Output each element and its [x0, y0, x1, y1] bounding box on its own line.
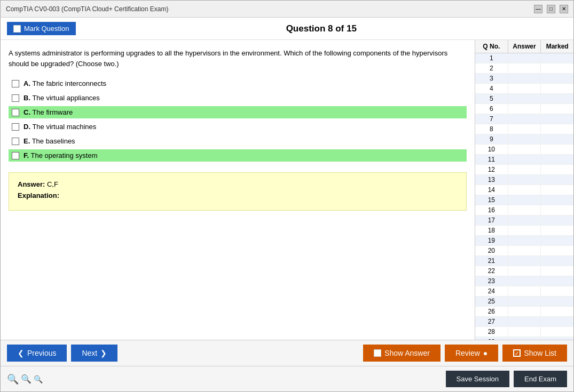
minimize-button[interactable]: —: [534, 5, 542, 13]
sidebar-row[interactable]: 25: [475, 297, 573, 307]
sidebar-row[interactable]: 11: [475, 155, 573, 165]
checkbox-e[interactable]: [12, 138, 19, 145]
sidebar-answer: [508, 74, 541, 83]
checkbox-a[interactable]: [12, 80, 19, 87]
title-bar: CompTIA CV0-003 (CompTIA Cloud+ Certific…: [1, 1, 573, 18]
previous-label: Previous: [27, 349, 56, 357]
sidebar-qnum: 24: [475, 286, 508, 296]
sidebar-answer: [508, 124, 541, 134]
sidebar-row[interactable]: 24: [475, 286, 573, 297]
window-controls: — □ ✕: [534, 5, 568, 13]
checkbox-f[interactable]: [12, 152, 19, 159]
sidebar-row[interactable]: 13: [475, 175, 573, 185]
zoom-in-button[interactable]: 🔍: [7, 373, 19, 385]
sidebar-qnum: 15: [475, 195, 508, 205]
sidebar-row[interactable]: 16: [475, 205, 573, 215]
maximize-button[interactable]: □: [547, 5, 555, 13]
sidebar-qnum: 22: [475, 266, 508, 276]
show-answer-button[interactable]: Show Answer: [363, 345, 441, 362]
option-b-label: B. The virtual appliances: [23, 94, 100, 102]
sidebar-marked: [541, 276, 573, 286]
sidebar-row[interactable]: 8: [475, 124, 573, 134]
sidebar-row[interactable]: 6: [475, 104, 573, 114]
sidebar-qnum: 13: [475, 175, 508, 185]
zoom-controls: 🔍 🔍 🔍: [7, 373, 43, 385]
sidebar-row[interactable]: 27: [475, 317, 573, 327]
sidebar-row[interactable]: 23: [475, 276, 573, 286]
mark-checkbox-icon: [13, 25, 21, 33]
sidebar-marked: [541, 84, 573, 93]
sidebar-qnum: 2: [475, 63, 508, 73]
sidebar-row[interactable]: 10: [475, 145, 573, 155]
end-exam-label: End Exam: [524, 375, 556, 383]
sidebar-row[interactable]: 19: [475, 236, 573, 246]
sidebar-qnum: 19: [475, 236, 508, 245]
sidebar-row[interactable]: 17: [475, 215, 573, 226]
previous-button[interactable]: ❮ Previous: [7, 345, 67, 362]
show-list-label: Show List: [524, 349, 556, 357]
sidebar-row[interactable]: 14: [475, 185, 573, 195]
sidebar-row[interactable]: 22: [475, 266, 573, 276]
review-button[interactable]: Review ●: [445, 345, 498, 362]
sidebar-row[interactable]: 26: [475, 307, 573, 317]
sidebar-row[interactable]: 28: [475, 327, 573, 337]
end-exam-button[interactable]: End Exam: [514, 371, 567, 387]
sidebar-row[interactable]: 18: [475, 226, 573, 236]
option-b[interactable]: B. The virtual appliances: [9, 92, 467, 104]
sidebar-row[interactable]: 3: [475, 74, 573, 84]
option-f-label: F. The operating system: [23, 151, 98, 159]
sidebar-answer: [508, 307, 541, 316]
sidebar-row[interactable]: 1: [475, 53, 573, 63]
sidebar-row[interactable]: 2: [475, 63, 573, 74]
sidebar-header: Q No. Answer Marked: [475, 40, 573, 53]
save-session-button[interactable]: Save Session: [446, 371, 510, 387]
zoom-reset-button[interactable]: 🔍: [21, 374, 32, 384]
sidebar-qnum: 1: [475, 53, 508, 63]
option-e[interactable]: E. The baselines: [9, 135, 467, 147]
review-icon: ●: [483, 349, 487, 357]
option-f[interactable]: F. The operating system: [9, 149, 467, 162]
sidebar-marked: [541, 226, 573, 235]
option-a[interactable]: A. The fabric interconnects: [9, 77, 467, 90]
sidebar-marked: [541, 327, 573, 337]
sidebar-answer: [508, 236, 541, 245]
sidebar-answer: [508, 84, 541, 93]
zoom-out-button[interactable]: 🔍: [34, 375, 43, 383]
answer-value: C,F: [47, 180, 58, 188]
sidebar-qnum: 16: [475, 205, 508, 215]
sidebar-answer: [508, 226, 541, 235]
question-list-sidebar: Q No. Answer Marked 1 2 3 4 5 6: [475, 40, 573, 340]
checkbox-c[interactable]: [12, 109, 19, 116]
sidebar-row[interactable]: 5: [475, 94, 573, 104]
sidebar-list: 1 2 3 4 5 6 7 8: [475, 53, 573, 340]
sidebar-row[interactable]: 12: [475, 165, 573, 175]
next-button[interactable]: Next ❯: [71, 345, 117, 362]
sidebar-marked: [541, 195, 573, 205]
sidebar-marked: [541, 74, 573, 83]
sidebar-qno-header: Q No.: [475, 40, 508, 53]
sidebar-marked: [541, 94, 573, 103]
show-list-checkbox-icon: ✓: [513, 349, 521, 357]
show-list-button[interactable]: ✓ Show List: [502, 345, 567, 362]
sidebar-row[interactable]: 21: [475, 256, 573, 266]
sidebar-row[interactable]: 20: [475, 246, 573, 256]
sidebar-qnum: 10: [475, 145, 508, 154]
sidebar-marked: [541, 63, 573, 73]
mark-question-button[interactable]: Mark Question: [7, 22, 76, 35]
mark-question-label: Mark Question: [24, 25, 69, 33]
option-d[interactable]: D. The virtual machines: [9, 121, 467, 133]
sidebar-answer: [508, 185, 541, 195]
close-button[interactable]: ✕: [560, 5, 568, 13]
sidebar-answer: [508, 205, 541, 215]
option-c[interactable]: C. The firmware: [9, 106, 467, 118]
bottom-nav: ❮ Previous Next ❯ Show Answer Review ● ✓…: [1, 340, 573, 366]
sidebar-row[interactable]: 7: [475, 114, 573, 124]
sidebar-row[interactable]: 4: [475, 84, 573, 94]
bottom-actions: 🔍 🔍 🔍 Save Session End Exam: [1, 366, 573, 391]
next-chevron-icon: ❯: [100, 349, 107, 357]
checkbox-b[interactable]: [12, 94, 19, 102]
checkbox-d[interactable]: [12, 123, 19, 131]
question-title: Question 8 of 15: [286, 23, 357, 34]
sidebar-row[interactable]: 9: [475, 134, 573, 145]
sidebar-row[interactable]: 15: [475, 195, 573, 205]
